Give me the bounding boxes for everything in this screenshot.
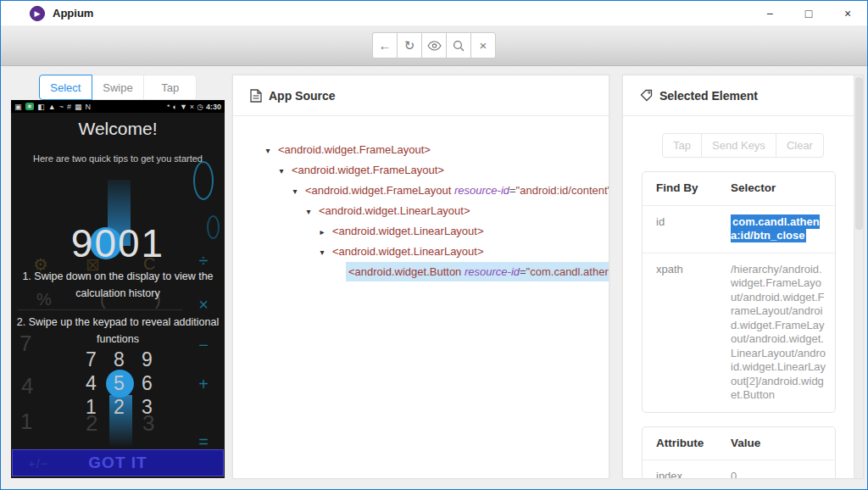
clear-button[interactable]: Clear bbox=[776, 133, 824, 158]
tree-node[interactable]: ▾<android.widget.LinearLayout> bbox=[233, 201, 609, 221]
keypad-key-7: 7 bbox=[77, 348, 105, 371]
tab-tap[interactable]: Tap bbox=[143, 75, 197, 100]
row-key: id bbox=[656, 215, 731, 243]
welcome-subtitle: Here are two quick tips to get you start… bbox=[11, 153, 225, 164]
search-button[interactable] bbox=[446, 32, 471, 58]
got-it-label: GOT IT bbox=[88, 454, 147, 472]
send-keys-button[interactable]: Send Keys bbox=[701, 133, 776, 158]
maximize-button[interactable]: □ bbox=[789, 1, 828, 25]
device-screenshot[interactable]: ▣∗◧▲~#▦N *◐▼×◷4:30 Welcome! Here are two… bbox=[11, 100, 225, 478]
status-icon: ▲ bbox=[48, 103, 56, 111]
status-icon: × bbox=[190, 103, 194, 111]
status-icon: ◷ bbox=[197, 103, 203, 111]
scrollbar-thumb[interactable] bbox=[855, 77, 863, 230]
keypad-key-8: 8 bbox=[105, 348, 133, 371]
minimize-button[interactable]: − bbox=[750, 1, 789, 25]
dimmed-digit: 4 bbox=[21, 373, 33, 399]
row-value[interactable]: com.candl.athena:id/btn_close bbox=[731, 215, 835, 243]
status-icon: * bbox=[167, 103, 170, 111]
search-icon bbox=[453, 40, 465, 52]
appium-logo-icon: ▶ bbox=[30, 6, 45, 21]
selected-element-title: Selected Element bbox=[659, 89, 758, 103]
row-value[interactable]: /hierarchy/android.widget.FrameLayout/an… bbox=[731, 263, 835, 403]
operator-key: + bbox=[194, 375, 213, 394]
keypad-key-2: 2 bbox=[105, 395, 133, 419]
tree-node[interactable]: ▾<android.widget.LinearLayout> bbox=[233, 242, 609, 262]
status-bar-right-icons: *◐▼×◷4:30 bbox=[167, 103, 221, 111]
back-button[interactable]: ← bbox=[372, 32, 398, 58]
highlight-elements-button[interactable] bbox=[421, 32, 447, 58]
tree-node[interactable]: ▾<android.widget.FrameLayout> bbox=[233, 160, 609, 181]
screenshot-column: SelectSwipeTap ▣∗◧▲~#▦N *◐▼×◷4:30 Welcom… bbox=[11, 75, 225, 478]
status-icon: ▣ bbox=[14, 103, 22, 111]
welcome-title: Welcome! bbox=[11, 119, 225, 139]
tag-icon bbox=[640, 89, 653, 102]
phone-status-bar: ▣∗◧▲~#▦N *◐▼×◷4:30 bbox=[11, 100, 225, 113]
tip-2-text: 2. Swipe up the keypad to reveal additio… bbox=[11, 314, 225, 348]
scrollbar[interactable] bbox=[854, 75, 863, 479]
row-key: index bbox=[656, 470, 731, 479]
refresh-button[interactable]: ↻ bbox=[397, 32, 422, 58]
status-icon: ▼ bbox=[180, 103, 187, 111]
document-icon bbox=[250, 89, 262, 103]
expander-icon[interactable]: ▾ bbox=[289, 181, 301, 201]
dimmed-digit: 1 bbox=[20, 409, 32, 435]
display-digit: 1 bbox=[142, 220, 165, 266]
divider-line bbox=[18, 309, 182, 310]
row-value[interactable]: 0 bbox=[731, 470, 835, 479]
keypad-key-9: 9 bbox=[133, 348, 161, 371]
status-bar-left-icons: ▣∗◧▲~#▦N bbox=[14, 103, 91, 111]
tab-select[interactable]: Select bbox=[39, 75, 92, 100]
selected-element-panel: Selected Element TapSend KeysClear Find … bbox=[622, 75, 864, 479]
status-icon: ▦ bbox=[75, 103, 82, 111]
row-key: xpath bbox=[656, 263, 731, 403]
window-controls: − □ × bbox=[750, 1, 867, 25]
attribute-table: AttributeValueindex0 bbox=[642, 426, 836, 480]
table-header: Value bbox=[731, 437, 835, 451]
table-header: Find By bbox=[656, 181, 731, 196]
status-icon: ◐ bbox=[173, 103, 177, 111]
keypad: 789456123 bbox=[77, 348, 161, 419]
table-row: index0 bbox=[643, 459, 835, 479]
expander-icon[interactable]: ▾ bbox=[316, 242, 328, 262]
quit-session-button[interactable]: × bbox=[470, 32, 496, 58]
status-icon: ◧ bbox=[37, 103, 45, 111]
close-button[interactable]: × bbox=[828, 1, 867, 25]
window-title: Appium bbox=[53, 7, 93, 19]
app-window: ▶ Appium − □ × ← ↻ bbox=[0, 0, 868, 490]
display-digit: 0 bbox=[94, 220, 118, 266]
eye-icon bbox=[427, 41, 442, 51]
selected-element-body: TapSend KeysClear Find BySelectoridcom.c… bbox=[623, 133, 863, 479]
expander-icon[interactable]: ▸ bbox=[316, 222, 328, 242]
tree-node-selected[interactable]: <android.widget.Button resource-id="com.… bbox=[233, 262, 609, 282]
status-icon: N bbox=[85, 103, 91, 111]
display-zero-outline bbox=[193, 161, 214, 200]
find-by-table: Find BySelectoridcom.candl.athena:id/btn… bbox=[642, 171, 836, 413]
display-digit: 9 bbox=[71, 220, 95, 266]
status-icon: ~ bbox=[59, 103, 64, 111]
expander-icon[interactable]: ▾ bbox=[275, 161, 287, 181]
table-header: Selector bbox=[731, 181, 835, 196]
status-icon: # bbox=[67, 103, 71, 111]
expander-icon[interactable]: ▾ bbox=[303, 202, 314, 221]
toolbar-button-group: ← ↻ × bbox=[372, 32, 496, 58]
refresh-icon: ↻ bbox=[404, 38, 415, 53]
table-header: Attribute bbox=[656, 437, 731, 451]
tree-node[interactable]: ▾<android.widget.FrameLayout> bbox=[233, 140, 609, 160]
tree-node[interactable]: ▾<android.widget.FrameLayout resource-id… bbox=[233, 181, 609, 201]
keypad-key-3: 3 bbox=[133, 395, 161, 419]
got-it-button[interactable]: +/− GOT IT bbox=[12, 449, 224, 476]
table-row: xpath/hierarchy/android.widget.FrameLayo… bbox=[643, 253, 835, 412]
expander-icon[interactable]: ▾ bbox=[262, 141, 274, 160]
keypad-key-1: 1 bbox=[77, 395, 105, 419]
tree-node[interactable]: ▸<android.widget.LinearLayout> bbox=[233, 221, 609, 242]
tip-1-text: 1. Swipe down on the display to view the… bbox=[11, 268, 225, 302]
element-actions: TapSend KeysClear bbox=[623, 133, 863, 158]
status-time: 4:30 bbox=[206, 103, 221, 111]
interaction-mode-tabs: SelectSwipeTap bbox=[39, 75, 197, 100]
selected-element-header: Selected Element bbox=[623, 75, 863, 116]
tap-button[interactable]: Tap bbox=[662, 133, 702, 158]
status-icon: ∗ bbox=[25, 103, 35, 110]
app-source-header: App Source bbox=[233, 75, 609, 116]
tab-swipe[interactable]: Swipe bbox=[92, 75, 145, 100]
